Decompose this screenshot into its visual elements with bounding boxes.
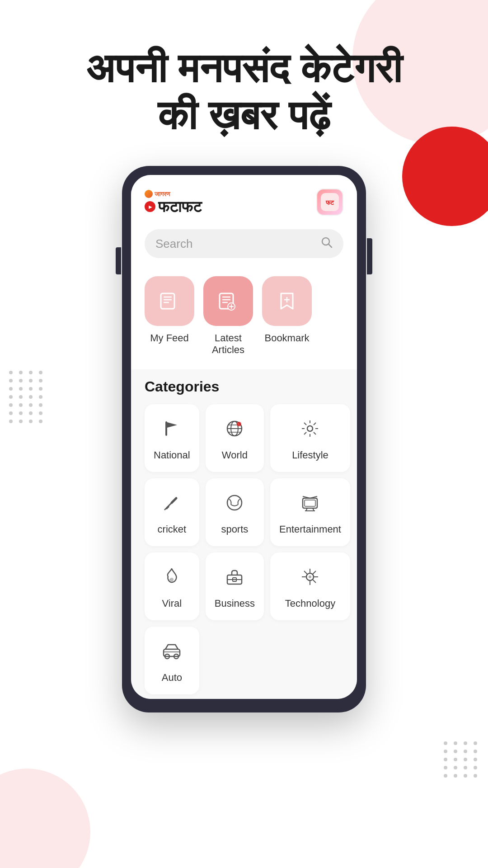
phone-wrapper: जागरण फटाफट फट Search (0, 157, 488, 740)
entertainment-label: Entertainment (279, 524, 341, 535)
bookmark-icon-bg (262, 276, 312, 326)
hero-heading-line2: की ख़बर पढ़ें (36, 92, 452, 139)
play-icon (145, 201, 155, 212)
action-tile-my-feed[interactable]: My Feed (145, 276, 194, 356)
category-card-business[interactable]: Business (206, 552, 264, 620)
national-label: National (154, 449, 190, 461)
logo-main: फटाफट (158, 199, 202, 214)
quick-actions: My Feed Latest Art (131, 267, 357, 369)
search-placeholder: Search (155, 237, 314, 251)
svg-rect-4 (161, 293, 174, 309)
cricket-label: cricket (158, 524, 187, 535)
business-label: Business (215, 598, 255, 609)
search-icon (321, 236, 333, 251)
auto-icon (161, 640, 183, 665)
action-tile-latest-articles[interactable]: Latest Articles (203, 276, 253, 356)
svg-point-24 (307, 426, 313, 431)
svg-point-46 (169, 579, 171, 580)
svg-line-3 (328, 244, 332, 247)
world-icon (224, 418, 245, 442)
app-header: जागरण फटाफट फट (131, 175, 357, 225)
world-label: World (222, 449, 248, 461)
lifestyle-icon (299, 418, 321, 442)
national-icon (161, 418, 183, 442)
categories-title: Categories (145, 378, 343, 395)
viral-label: Viral (162, 598, 182, 609)
sports-label: sports (221, 524, 248, 535)
svg-line-56 (304, 571, 307, 574)
my-feed-icon-bg (145, 276, 194, 326)
technology-label: Technology (285, 598, 335, 609)
bg-dots-right (444, 741, 479, 778)
category-card-auto[interactable]: Auto (145, 627, 199, 694)
latest-articles-label: Latest Articles (203, 332, 253, 356)
lifestyle-label: Lifestyle (292, 449, 328, 461)
category-card-sports[interactable]: sports (206, 478, 264, 546)
search-container: Search (131, 225, 357, 267)
latest-articles-icon-bg (203, 276, 253, 326)
svg-rect-42 (305, 500, 315, 506)
svg-text:फट: फट (325, 199, 334, 206)
svg-point-37 (227, 495, 242, 510)
sports-icon (224, 492, 245, 516)
svg-line-29 (304, 423, 306, 425)
entertainment-icon (299, 492, 321, 516)
phone-frame: जागरण फटाफट फट Search (122, 166, 366, 712)
category-card-lifestyle[interactable]: Lifestyle (270, 404, 350, 472)
svg-line-58 (313, 571, 316, 574)
bg-circle-bottom-left (0, 769, 90, 868)
sun-icon (145, 190, 153, 198)
categories-grid: National (145, 404, 343, 694)
categories-section: Categories National (131, 369, 357, 699)
category-card-cricket[interactable]: cricket (145, 478, 199, 546)
auto-label: Auto (162, 672, 182, 684)
header-avatar[interactable]: फट (316, 189, 343, 216)
bookmark-label: Bookmark (264, 332, 309, 344)
business-icon (224, 566, 245, 590)
svg-point-23 (237, 422, 241, 426)
category-card-viral[interactable]: Viral (145, 552, 199, 620)
my-feed-label: My Feed (150, 332, 189, 344)
category-card-world[interactable]: World (206, 404, 264, 472)
phone-screen: जागरण फटाफट फट Search (131, 175, 357, 699)
logo-brand-name: जागरण (155, 190, 170, 198)
svg-rect-59 (164, 649, 180, 656)
technology-icon (299, 566, 321, 590)
category-card-entertainment[interactable]: Entertainment (270, 478, 350, 546)
action-tile-bookmark[interactable]: Bookmark (262, 276, 312, 356)
category-card-technology[interactable]: Technology (270, 552, 350, 620)
svg-line-32 (304, 432, 306, 434)
app-logo: जागरण फटाफट (145, 190, 202, 214)
svg-line-34 (172, 498, 176, 503)
cricket-icon (161, 492, 183, 516)
svg-rect-17 (165, 421, 167, 436)
viral-icon (161, 566, 183, 590)
svg-point-51 (309, 576, 311, 578)
search-bar[interactable]: Search (145, 229, 343, 258)
svg-line-57 (313, 580, 316, 583)
svg-line-30 (314, 432, 316, 434)
category-card-national[interactable]: National (145, 404, 199, 472)
svg-line-31 (314, 423, 316, 425)
logo-top-text: जागरण (145, 190, 202, 198)
hero-heading: अपनी मनपसंद केटेगरी की ख़बर पढ़ें (0, 0, 488, 157)
hero-heading-line1: अपनी मनपसंद केटेगरी (36, 45, 452, 92)
